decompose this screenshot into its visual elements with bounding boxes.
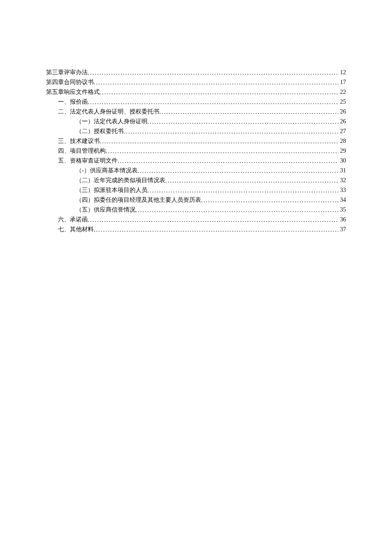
toc-dots [138, 166, 338, 176]
toc-entry: 三、技术建议书28 [46, 136, 346, 146]
toc-label: 四、项目管理机构 [58, 146, 106, 156]
toc-entry: （四）拟委任的项目经理及其他主要人员资历表34 [46, 195, 346, 205]
toc-label: （一）法定代表人身份证明 [76, 116, 147, 126]
toc-page-number: 17 [338, 77, 346, 87]
toc-entry: 第四章合同协议书17 [46, 77, 346, 87]
toc-page-number: 34 [338, 195, 346, 205]
toc-label: 二、法定代表人身份证明、授权委托书 [58, 107, 159, 116]
toc-dots [118, 156, 338, 166]
toc-label: （二）授权委托书 [76, 126, 124, 136]
toc-dots [159, 107, 338, 117]
toc-entry: 第五章响应文件格式22 [46, 87, 346, 97]
toc-dots [88, 215, 338, 225]
toc-entry: （一）法定代表人身份证明26 [46, 116, 346, 126]
toc-page-number: 33 [338, 185, 346, 195]
toc-page-number: 26 [338, 107, 346, 116]
toc-entry: 一、报价函25 [46, 97, 346, 107]
toc-dots [88, 97, 338, 107]
toc-label: 六、承诺函 [58, 215, 88, 224]
toc-label: （四）拟委任的项目经理及其他主要人员资历表 [76, 195, 201, 205]
toc-label: 第五章响应文件格式 [46, 87, 100, 97]
toc-dots [147, 117, 338, 127]
toc-entry: 六、承诺函36 [46, 215, 346, 224]
toc-entry: （-）供应商基本情况表31 [46, 166, 346, 175]
toc-page-number: 36 [338, 215, 346, 224]
toc-entry: （二）授权委托书27 [46, 126, 346, 136]
toc-dots [201, 195, 338, 205]
toc-page-number: 30 [338, 156, 346, 166]
toc-entry: 四、项目管理机构29 [46, 146, 346, 156]
toc-dots [88, 68, 338, 78]
toc-dots [100, 87, 338, 97]
toc-dots [94, 78, 338, 87]
toc-page-number: 32 [338, 175, 346, 185]
toc-page-number: 31 [338, 166, 346, 175]
toc-label: 第三章评审办法 [46, 67, 88, 77]
toc-page-number: 12 [338, 67, 346, 77]
toc-page-number: 27 [338, 126, 346, 136]
toc-page-number: 37 [338, 224, 346, 234]
toc-entry: （三）拟派驻本项目的人员33 [46, 185, 346, 195]
toc-dots [135, 205, 338, 215]
toc-label: （-）供应商基本情况表 [76, 166, 138, 175]
toc-dots [147, 186, 338, 195]
toc-label: （三）拟派驻本项目的人员 [76, 185, 147, 195]
toc-label: （五）供应商信誉情况 [76, 205, 135, 215]
toc-label: （二）近年完成的类似项目情况表 [76, 175, 165, 185]
toc-page-number: 29 [338, 146, 346, 156]
toc-label: 一、报价函 [58, 97, 88, 107]
toc-entry: 七、其他材料37 [46, 224, 346, 234]
toc-dots [106, 146, 338, 156]
toc-entry: 二、法定代表人身份证明、授权委托书26 [46, 107, 346, 116]
toc-page-number: 35 [338, 205, 346, 215]
toc-dots [165, 176, 338, 186]
toc-entry: 五、资格审查证明文件30 [46, 156, 346, 166]
toc-label: 七、其他材料 [58, 224, 94, 234]
toc-entry: （二）近年完成的类似项目情况表32 [46, 175, 346, 185]
toc-entry: 第三章评审办法12 [46, 67, 346, 77]
toc-page-number: 22 [338, 87, 346, 97]
toc-label: 第四章合同协议书 [46, 77, 94, 87]
toc-label: 五、资格审查证明文件 [58, 156, 118, 166]
toc-dots [100, 137, 338, 146]
table-of-contents: 第三章评审办法12第四章合同协议书17第五章响应文件格式22一、报价函25二、法… [46, 67, 346, 234]
toc-page-number: 25 [338, 97, 346, 107]
toc-page-number: 26 [338, 116, 346, 126]
toc-dots [124, 127, 338, 137]
toc-dots [94, 225, 338, 235]
toc-page-number: 28 [338, 136, 346, 146]
toc-entry: （五）供应商信誉情况35 [46, 205, 346, 215]
toc-label: 三、技术建议书 [58, 136, 100, 146]
